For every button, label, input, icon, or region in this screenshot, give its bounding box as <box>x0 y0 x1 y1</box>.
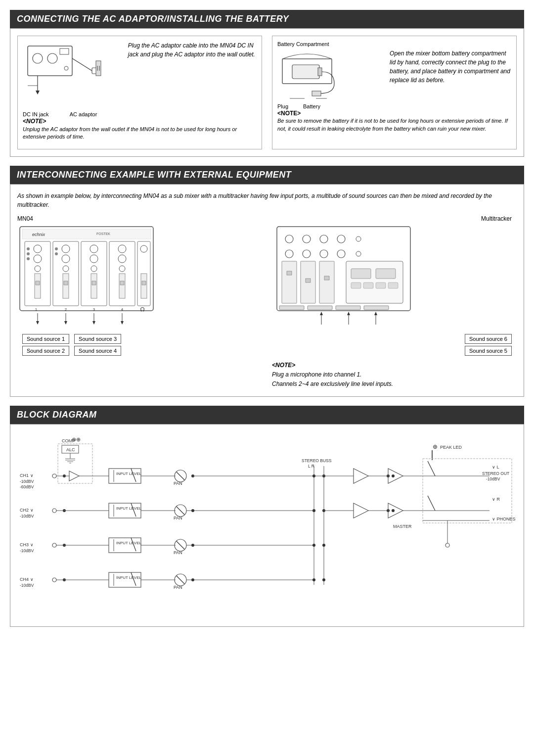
svg-rect-87 <box>351 269 371 279</box>
battery-diagram: Plug Battery <box>277 49 383 109</box>
svg-marker-191 <box>354 503 368 518</box>
svg-rect-45 <box>92 281 96 285</box>
section-block-title: BLOCK DIAGRAM <box>17 410 97 420</box>
svg-text:-10dBV: -10dBV <box>20 548 34 553</box>
svg-text:CH4 ∨: CH4 ∨ <box>20 577 34 582</box>
svg-text:ALC: ALC <box>66 447 75 452</box>
source-box-1: Sound source 1 <box>22 334 69 344</box>
svg-text:STEREO BUSS: STEREO BUSS <box>302 458 332 463</box>
mn04-panel: MN04 echnix FOSTEK <box>17 215 262 356</box>
svg-marker-64 <box>64 321 67 325</box>
svg-point-76 <box>303 250 311 258</box>
svg-marker-98 <box>320 312 323 315</box>
svg-text:CH1 ∨: CH1 ∨ <box>20 473 34 478</box>
svg-text:echnix: echnix <box>32 232 45 237</box>
block-diagram-svg: COMP ⊕⊕ ALC CH1 ∨ -10dBV -60dBV INPUT LE… <box>17 431 522 619</box>
svg-text:INPUT LEVEL: INPUT LEVEL <box>116 575 142 580</box>
svg-point-114 <box>52 474 56 478</box>
svg-text:⊕⊕: ⊕⊕ <box>72 436 81 442</box>
svg-point-180 <box>312 509 315 512</box>
svg-text:-10dBV: -10dBV <box>20 479 34 484</box>
section-ac-title: CONNECTING THE AC ADAPTOR/INSTALLING THE… <box>17 14 289 24</box>
svg-point-79 <box>356 251 361 256</box>
svg-point-77 <box>320 250 328 258</box>
source-box-3: Sound source 3 <box>74 334 121 344</box>
svg-point-78 <box>337 250 345 258</box>
svg-point-24 <box>34 245 42 253</box>
svg-marker-66 <box>92 321 95 325</box>
svg-text:-10dBV: -10dBV <box>20 514 34 519</box>
svg-rect-44 <box>91 274 97 298</box>
svg-point-75 <box>285 250 293 258</box>
svg-rect-36 <box>63 274 69 298</box>
battery-svg <box>277 49 356 103</box>
svg-rect-3 <box>60 48 69 54</box>
svg-point-71 <box>303 235 311 243</box>
svg-point-159 <box>191 544 194 547</box>
svg-marker-189 <box>354 469 368 483</box>
svg-text:∨ L: ∨ L <box>492 465 499 470</box>
svg-line-8 <box>72 58 92 71</box>
svg-rect-94 <box>308 306 332 310</box>
section-interconnect-title: INTERCONNECTING EXAMPLE WITH EXTERNAL EQ… <box>17 170 291 180</box>
svg-marker-6 <box>36 91 40 94</box>
svg-point-42 <box>90 255 98 263</box>
svg-rect-88 <box>376 269 396 279</box>
svg-text:-60dBV: -60dBV <box>20 484 34 489</box>
svg-point-48 <box>118 255 126 263</box>
svg-text:L  R: L R <box>308 464 314 469</box>
svg-text:PAN: PAN <box>174 516 182 520</box>
svg-text:4: 4 <box>121 307 124 312</box>
ac-note-label: <NOTE> <box>23 118 46 125</box>
svg-rect-83 <box>306 279 311 283</box>
svg-point-185 <box>322 544 325 547</box>
battery-desc-text: Open the mixer bottom battery compartmen… <box>390 50 510 84</box>
svg-marker-68 <box>121 321 124 325</box>
svg-point-182 <box>312 578 315 581</box>
svg-text:FOSTEK: FOSTEK <box>96 232 110 236</box>
svg-rect-93 <box>279 306 304 310</box>
battery-right-desc: Open the mixer bottom battery compartmen… <box>390 49 511 85</box>
svg-marker-100 <box>347 312 350 315</box>
interconnect-desc: As shown in example below, by interconne… <box>17 191 517 209</box>
ac-diagram: DC IN jack AC adaptor <box>23 41 121 117</box>
svg-line-171 <box>177 576 184 584</box>
svg-text:-10dBV: -10dBV <box>20 583 34 588</box>
svg-point-29 <box>27 247 30 250</box>
svg-point-34 <box>62 255 70 263</box>
source-box-2: Sound source 2 <box>22 346 69 356</box>
svg-text:CH3 ∨: CH3 ∨ <box>20 542 34 547</box>
section-interconnect-header: INTERCONNECTING EXAMPLE WITH EXTERNAL EQ… <box>10 166 524 184</box>
svg-rect-51 <box>120 281 124 285</box>
svg-text:INPUT LEVEL: INPUT LEVEL <box>116 541 142 545</box>
svg-marker-102 <box>374 312 377 315</box>
svg-point-197 <box>392 474 395 477</box>
svg-rect-0 <box>28 46 72 76</box>
ac-adaptor-label: AC adaptor <box>70 111 97 117</box>
svg-point-74 <box>356 236 361 241</box>
svg-text:INPUT LEVEL: INPUT LEVEL <box>116 472 142 476</box>
multitracker-panel: Multitracker <box>272 215 517 389</box>
battery-note-text: Be sure to remove the battery if it is n… <box>277 118 508 132</box>
svg-point-33 <box>62 245 70 253</box>
svg-rect-54 <box>141 274 147 298</box>
svg-text:∨ R: ∨ R <box>492 497 500 502</box>
svg-rect-81 <box>287 271 292 275</box>
svg-point-25 <box>34 255 42 263</box>
svg-point-186 <box>322 578 325 581</box>
svg-point-39 <box>55 252 58 255</box>
svg-point-174 <box>191 578 194 581</box>
source-box-4: Sound source 4 <box>74 346 121 356</box>
svg-text:PEAK LED: PEAK LED <box>440 445 462 450</box>
svg-point-147 <box>52 543 56 547</box>
svg-rect-85 <box>324 276 329 280</box>
svg-text:MASTER: MASTER <box>393 524 412 529</box>
svg-point-144 <box>191 509 194 512</box>
section-ac-header: CONNECTING THE AC ADAPTOR/INSTALLING THE… <box>10 10 524 28</box>
block-diagram-container: COMP ⊕⊕ ALC CH1 ∨ -10dBV -60dBV INPUT LE… <box>10 424 524 627</box>
svg-line-156 <box>177 541 184 549</box>
svg-point-162 <box>52 578 56 582</box>
dc-in-label: DC IN jack <box>23 111 49 117</box>
svg-text:∨ PHONES: ∨ PHONES <box>492 517 516 521</box>
svg-text:INPUT LEVEL: INPUT LEVEL <box>116 506 142 511</box>
